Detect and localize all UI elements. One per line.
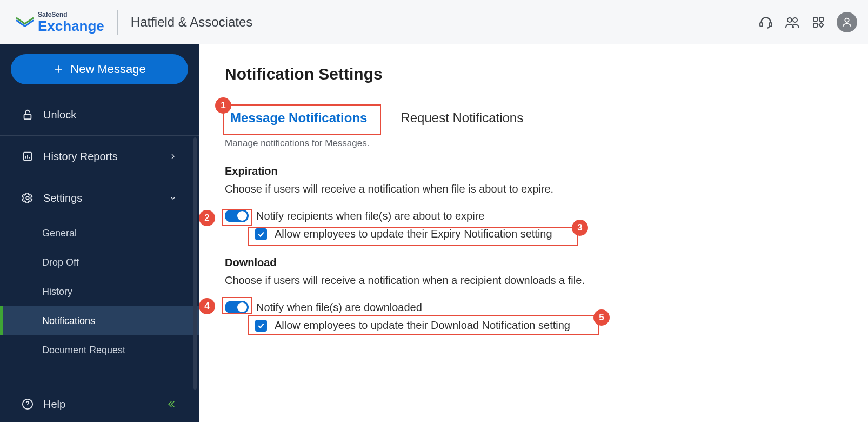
sidebar: New Message Unlock History Reports Setti…	[0, 44, 199, 422]
header-divider	[117, 10, 118, 35]
new-message-button[interactable]: New Message	[11, 54, 188, 84]
sidebar-item-settings[interactable]: Settings	[0, 177, 199, 219]
download-notify-toggle[interactable]	[225, 301, 249, 314]
expiration-toggle-label: Notify recipients when file(s) are about…	[256, 210, 484, 222]
sidebar-item-help[interactable]: Help	[0, 386, 199, 422]
help-label: Help	[43, 398, 65, 411]
history-label: History	[42, 286, 72, 298]
plus-icon	[53, 64, 64, 75]
brand-top-text: SafeSend	[38, 11, 104, 18]
sidebar-sub-general[interactable]: General	[0, 219, 199, 248]
brand-bottom-text: Exchange	[38, 19, 104, 33]
svg-rect-1	[770, 23, 772, 27]
svg-rect-5	[819, 17, 823, 21]
document-request-label: Document Request	[42, 345, 125, 356]
download-toggle-label: Notify when file(s) are downloaded	[256, 301, 422, 314]
collapse-sidebar-icon[interactable]	[166, 399, 177, 410]
expiration-checkbox-label: Allow employees to update their Expiry N…	[275, 228, 552, 240]
sidebar-sub-history[interactable]: History	[0, 277, 199, 306]
user-avatar[interactable]	[837, 12, 857, 32]
check-icon	[257, 322, 265, 329]
settings-label: Settings	[43, 192, 82, 205]
download-allow-checkbox[interactable]	[255, 320, 267, 332]
sidebar-item-history-reports[interactable]: History Reports	[0, 136, 199, 177]
download-description: Choose if users will receive a notificat…	[225, 274, 868, 287]
support-headset-icon[interactable]	[759, 15, 773, 29]
notifications-label: Notifications	[42, 315, 95, 327]
drop-off-label: Drop Off	[42, 257, 79, 268]
new-message-label: New Message	[70, 62, 145, 76]
sidebar-sub-drop-off[interactable]: Drop Off	[0, 248, 199, 277]
svg-rect-10	[24, 114, 31, 119]
svg-rect-0	[760, 23, 762, 27]
gear-icon	[22, 192, 34, 204]
tab-description: Manage notifications for Messages.	[225, 138, 868, 149]
users-icon[interactable]	[785, 15, 800, 29]
envelope-icon	[15, 15, 35, 30]
history-reports-label: History Reports	[43, 150, 118, 163]
svg-point-3	[793, 18, 797, 22]
download-heading: Download	[225, 256, 868, 269]
expiration-heading: Expiration	[225, 165, 868, 177]
svg-point-15	[26, 196, 29, 200]
expiration-description: Choose if users will receive a notificat…	[225, 183, 868, 195]
svg-point-2	[787, 18, 792, 22]
chevron-down-icon	[169, 194, 177, 202]
tab-message-notifications[interactable]: Message Notifications	[225, 106, 372, 131]
sidebar-sub-document-request[interactable]: Document Request	[0, 335, 199, 365]
sidebar-item-unlock[interactable]: Unlock	[0, 94, 199, 135]
sidebar-sub-notifications[interactable]: Notifications	[0, 306, 199, 335]
help-icon	[22, 398, 34, 410]
download-checkbox-label: Allow employees to update their Download…	[275, 319, 570, 332]
main-content: Notification Settings Message Notificati…	[199, 44, 868, 422]
unlock-icon	[22, 109, 34, 121]
company-name: Hatfield & Associates	[131, 15, 252, 30]
apps-grid-icon[interactable]	[812, 16, 825, 29]
brand-logo: SafeSend Exchange	[15, 11, 104, 33]
report-icon	[22, 150, 34, 162]
top-bar: SafeSend Exchange Hatfield & Associates	[0, 0, 868, 44]
svg-rect-4	[813, 17, 817, 21]
check-icon	[257, 230, 265, 238]
sidebar-scrollbar[interactable]	[193, 137, 197, 390]
page-title: Notification Settings	[225, 65, 868, 83]
general-label: General	[42, 228, 77, 239]
expiration-allow-checkbox[interactable]	[255, 228, 267, 240]
chevron-right-icon	[169, 152, 177, 161]
expiration-notify-toggle[interactable]	[225, 209, 249, 222]
svg-rect-6	[813, 23, 817, 27]
tab-request-notifications[interactable]: Request Notifications	[395, 106, 529, 131]
unlock-label: Unlock	[43, 109, 76, 121]
tabs: Message Notifications Request Notificati…	[225, 106, 868, 131]
svg-point-7	[845, 18, 849, 22]
